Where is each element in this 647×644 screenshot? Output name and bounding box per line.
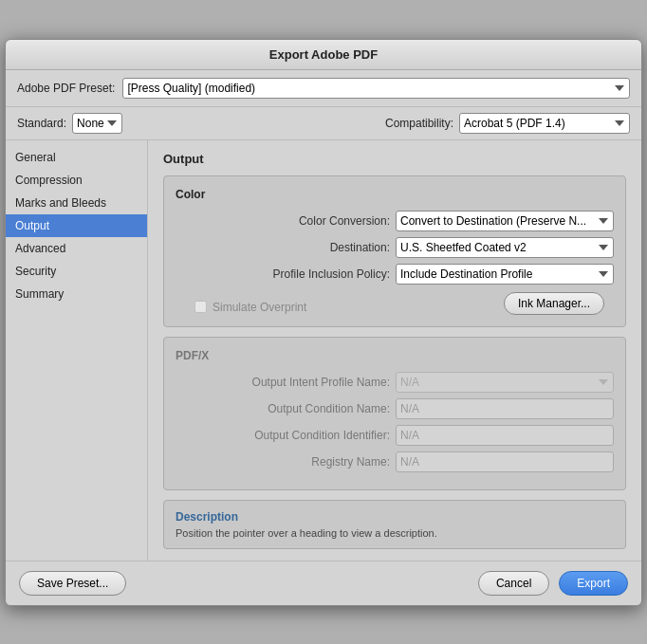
dialog-title: Export Adobe PDF <box>269 47 378 62</box>
simulate-overprint-label: Simulate Overprint <box>213 301 306 314</box>
description-panel: Description Position the pointer over a … <box>163 500 626 549</box>
sidebar-item-marks-and-bleeds[interactable]: Marks and Bleeds <box>6 192 147 214</box>
sidebar-item-general[interactable]: General <box>6 146 147 169</box>
registry-name-label: Registry Name: <box>311 455 390 469</box>
preset-select[interactable]: [Press Quality] (modified) <box>122 78 630 99</box>
sidebar: General Compression Marks and Bleeds Out… <box>6 140 148 561</box>
output-condition-name-label: Output Condition Name: <box>268 402 390 415</box>
output-condition-id-row: Output Condition Identifier: <box>176 425 614 446</box>
cancel-button[interactable]: Cancel <box>478 571 549 596</box>
preset-label: Adobe PDF Preset: <box>17 82 115 95</box>
title-bar: Export Adobe PDF <box>6 40 641 70</box>
standard-label: Standard: <box>17 117 66 130</box>
destination-row: Destination: U.S. Sheetfed Coated v2 <box>176 237 614 258</box>
description-title: Description <box>176 510 614 524</box>
sidebar-item-security[interactable]: Security <box>6 260 147 283</box>
output-intent-row: Output Intent Profile Name: N/A <box>176 372 614 393</box>
sidebar-item-advanced[interactable]: Advanced <box>6 237 147 260</box>
save-preset-button[interactable]: Save Preset... <box>19 571 126 596</box>
description-text: Position the pointer over a heading to v… <box>176 527 614 539</box>
sidebar-item-output[interactable]: Output <box>6 214 147 237</box>
preset-row: Adobe PDF Preset: [Press Quality] (modif… <box>6 70 641 107</box>
export-pdf-dialog: Export Adobe PDF Adobe PDF Preset: [Pres… <box>5 39 642 606</box>
registry-name-row: Registry Name: <box>176 451 614 472</box>
color-conversion-select[interactable]: Convert to Destination (Preserve N... <box>396 211 614 231</box>
simulate-overprint-checkbox[interactable] <box>194 301 207 313</box>
color-panel-title: Color <box>176 188 614 201</box>
bottom-bar: Save Preset... Cancel Export <box>6 561 641 605</box>
color-panel: Color Color Conversion: Convert to Desti… <box>163 175 626 327</box>
compatibility-group: Compatibility: Acrobat 5 (PDF 1.4) <box>385 113 630 134</box>
compatibility-label: Compatibility: <box>385 117 453 130</box>
destination-label: Destination: <box>330 241 390 254</box>
ink-manager-button[interactable]: Ink Manager... <box>504 292 604 315</box>
profile-inclusion-label: Profile Inclusion Policy: <box>273 267 390 281</box>
pdfx-panel-title: PDF/X <box>176 349 614 362</box>
simulate-overprint-group: Simulate Overprint <box>176 301 306 314</box>
section-title: Output <box>163 152 626 166</box>
output-condition-name-input <box>396 398 614 419</box>
destination-select[interactable]: U.S. Sheetfed Coated v2 <box>396 237 614 258</box>
output-condition-id-label: Output Condition Identifier: <box>254 429 390 442</box>
standard-select[interactable]: None <box>72 113 122 134</box>
compatibility-select[interactable]: Acrobat 5 (PDF 1.4) <box>459 113 630 134</box>
color-conversion-row: Color Conversion: Convert to Destination… <box>176 211 614 231</box>
output-condition-id-input <box>396 425 614 446</box>
bottom-right-buttons: Cancel Export <box>478 571 628 596</box>
pdfx-panel: PDF/X Output Intent Profile Name: N/A Ou… <box>163 337 626 490</box>
profile-inclusion-row: Profile Inclusion Policy: Include Destin… <box>176 264 614 285</box>
output-condition-name-row: Output Condition Name: <box>176 398 614 419</box>
output-intent-select: N/A <box>396 372 614 393</box>
sidebar-item-summary[interactable]: Summary <box>6 283 147 305</box>
standard-group: Standard: None <box>17 113 122 134</box>
color-conversion-label: Color Conversion: <box>299 214 390 228</box>
registry-name-input <box>396 451 614 472</box>
main-content: Output Color Color Conversion: Convert t… <box>148 140 641 561</box>
export-button[interactable]: Export <box>559 571 628 596</box>
content-area: General Compression Marks and Bleeds Out… <box>6 140 641 561</box>
simulate-overprint-row: Simulate Overprint Ink Manager... <box>176 292 614 315</box>
profile-inclusion-select[interactable]: Include Destination Profile <box>396 264 614 285</box>
output-intent-label: Output Intent Profile Name: <box>252 376 390 389</box>
sidebar-item-compression[interactable]: Compression <box>6 169 147 192</box>
standard-row: Standard: None Compatibility: Acrobat 5 … <box>6 107 641 140</box>
